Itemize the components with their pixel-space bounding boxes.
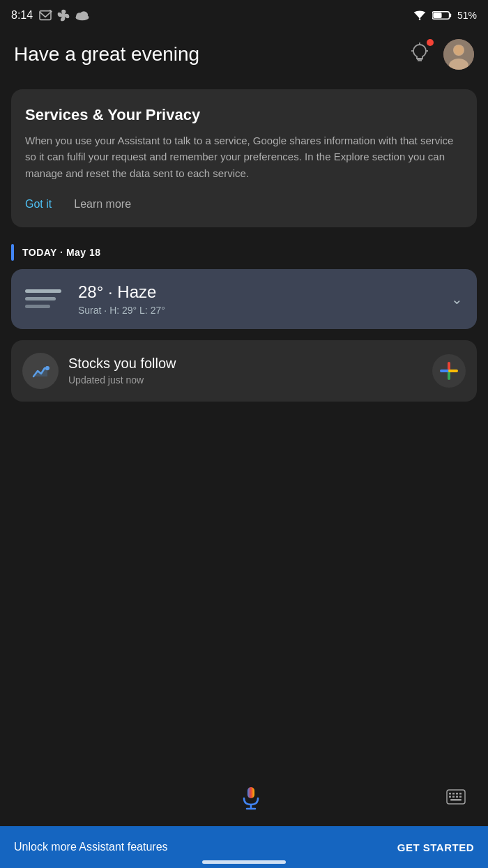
privacy-card: Services & Your Privacy When you use you… [11,89,477,227]
add-stocks-button[interactable] [432,354,466,388]
stocks-chart-icon [31,361,50,381]
header: Have a great evening [0,31,488,84]
status-bar: 8:14 [0,0,488,31]
svg-rect-35 [456,796,458,798]
stocks-left: Stocks you follow Updated just now [22,353,176,389]
plus-icon [440,362,458,380]
svg-rect-29 [449,793,451,795]
battery-icon [432,10,452,21]
keyboard-icon [446,789,466,805]
svg-line-1 [50,10,52,12]
stocks-subtitle: Updated just now [68,374,176,386]
status-time: 8:14 [11,9,33,22]
privacy-body: When you use your Assistant to talk to a… [25,132,463,181]
today-bar [11,244,14,261]
home-indicator [202,860,286,864]
svg-rect-32 [459,793,462,795]
header-icons [407,39,474,70]
stocks-title: Stocks you follow [68,356,176,372]
svg-rect-25 [247,787,254,798]
learn-more-button[interactable]: Learn more [74,195,131,213]
notification-dot [427,39,434,46]
banner-text: Unlock more Assistant features [14,841,168,853]
svg-rect-31 [456,793,458,795]
stocks-icon-wrapper [22,353,59,389]
user-avatar[interactable] [443,39,474,70]
email-icon [38,10,52,21]
svg-rect-33 [449,796,451,798]
stocks-card[interactable]: Stocks you follow Updated just now [11,340,477,402]
weather-info: 28° · Haze Surat · H: 29° L: 27° [78,282,165,316]
bottom-bar [0,770,488,826]
weather-left: 28° · Haze Surat · H: 29° L: 27° [25,282,165,317]
lightbulb-button[interactable] [407,40,432,68]
status-left: 8:14 [11,8,90,22]
status-icons [38,8,90,22]
svg-rect-0 [40,11,51,20]
svg-point-5 [79,11,88,18]
today-label: TODAY · May 18 [22,247,101,258]
haze-weather-icon [25,282,67,317]
mic-button[interactable] [231,779,270,818]
chevron-down-icon[interactable]: ⌄ [451,291,463,307]
svg-rect-37 [450,799,462,801]
svg-rect-36 [459,796,462,798]
stocks-info: Stocks you follow Updated just now [68,356,176,386]
privacy-title: Services & Your Privacy [25,106,463,124]
svg-point-6 [419,18,421,20]
svg-point-19 [454,45,464,55]
battery-percentage: 51% [457,10,477,21]
cloud-icon [75,10,90,21]
get-started-button[interactable]: GET STARTED [397,842,474,853]
svg-rect-34 [452,796,455,798]
privacy-actions: Got it Learn more [25,195,463,213]
mic-icon [236,783,266,814]
weather-main: 28° · Haze [78,282,165,302]
today-section: TODAY · May 18 [0,244,488,269]
avatar-image [443,39,474,70]
status-right: 51% [413,10,477,21]
svg-rect-9 [433,13,441,18]
weather-sub: Surat · H: 29° L: 27° [78,305,165,316]
svg-rect-8 [449,13,451,17]
pinwheel-icon [56,8,70,22]
keyboard-button[interactable] [446,789,466,807]
got-it-button[interactable]: Got it [25,195,52,213]
svg-rect-30 [452,793,455,795]
greeting-text: Have a great evening [14,43,199,66]
weather-card[interactable]: 28° · Haze Surat · H: 29° L: 27° ⌄ [11,269,477,329]
wifi-icon [413,10,427,21]
